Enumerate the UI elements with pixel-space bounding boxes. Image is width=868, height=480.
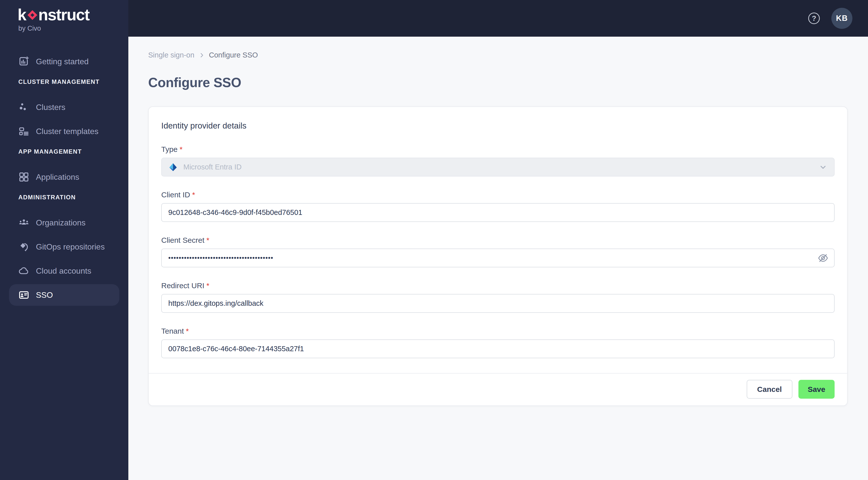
sidebar-item-label: Getting started <box>36 57 89 66</box>
sidebar-item-cloud-accounts[interactable]: Cloud accounts <box>9 260 119 282</box>
main-content: Single sign-on Configure SSO Configure S… <box>128 37 868 480</box>
logo-text-post: nstruct <box>38 6 89 23</box>
topbar: ? KB <box>128 0 868 37</box>
logo-diamond-icon <box>27 9 38 21</box>
breadcrumb: Single sign-on Configure SSO <box>148 51 868 59</box>
sidebar-item-label: Cluster templates <box>36 127 98 136</box>
required-asterisk: * <box>180 145 183 154</box>
toggle-secret-visibility-button[interactable] <box>816 251 830 265</box>
required-asterisk: * <box>207 236 210 245</box>
save-button[interactable]: Save <box>799 380 835 399</box>
type-select[interactable]: Microsoft Entra ID <box>161 158 835 177</box>
type-label: Type * <box>161 145 835 154</box>
sidebar-item-label: Organizations <box>36 218 85 227</box>
field-client-secret: Client Secret * <box>161 236 835 267</box>
identity-provider-card: Identity provider details Type * <box>148 106 848 406</box>
card-title: Identity provider details <box>161 121 835 131</box>
card-body: Identity provider details Type * <box>149 107 847 373</box>
client-id-input[interactable] <box>161 203 835 222</box>
page-title: Configure SSO <box>148 75 868 90</box>
avatar[interactable]: KB <box>831 8 852 29</box>
eye-off-icon <box>817 253 829 264</box>
logo-text-pre: k <box>18 6 26 23</box>
people-icon <box>18 217 29 228</box>
client-secret-input[interactable] <box>161 249 835 267</box>
sidebar-item-getting-started[interactable]: Getting started <box>9 51 119 72</box>
sidebar-section-cluster-management: CLUSTER MANAGEMENT <box>9 78 119 85</box>
field-type: Type * Microsoft Entra ID <box>161 145 835 177</box>
template-icon <box>18 126 29 137</box>
sidebar-item-label: GitOps repositories <box>36 242 105 252</box>
chevron-down-icon <box>818 163 828 172</box>
app-root: k nstruct by Civo Getting started <box>0 0 868 480</box>
client-secret-wrap <box>161 249 835 267</box>
sidebar-section-app-management: APP MANAGEMENT <box>9 148 119 155</box>
sidebar-item-label: Applications <box>36 172 80 182</box>
sidebar-item-cluster-templates[interactable]: Cluster templates <box>9 121 119 142</box>
redirect-uri-label: Redirect URI * <box>161 281 835 290</box>
sidebar-item-organizations[interactable]: Organizations <box>9 212 119 233</box>
required-asterisk: * <box>186 327 189 335</box>
logo[interactable]: k nstruct by Civo <box>0 0 128 37</box>
required-asterisk: * <box>207 281 210 290</box>
chevron-right-icon <box>198 52 205 59</box>
tenant-label: Tenant * <box>161 327 835 335</box>
logo-byline: by Civo <box>18 25 128 32</box>
cloud-icon <box>18 265 29 277</box>
field-redirect-uri: Redirect URI * <box>161 281 835 313</box>
microsoft-entra-id-logo <box>168 162 178 172</box>
sidebar-item-applications[interactable]: Applications <box>9 166 119 188</box>
required-asterisk: * <box>192 191 195 199</box>
gitops-icon <box>18 241 29 252</box>
grid-icon <box>18 171 29 183</box>
cancel-button[interactable]: Cancel <box>747 380 793 399</box>
help-icon[interactable]: ? <box>808 12 820 24</box>
id-card-icon <box>18 289 29 300</box>
type-select-value: Microsoft Entra ID <box>183 163 813 171</box>
breadcrumb-single-sign-on[interactable]: Single sign-on <box>148 51 194 59</box>
tenant-input[interactable] <box>161 340 835 358</box>
sidebar-item-gitops-repositories[interactable]: GitOps repositories <box>9 236 119 258</box>
sidebar-section-administration: ADMINISTRATION <box>9 194 119 201</box>
sidebar-nav: Getting started CLUSTER MANAGEMENT Clust… <box>0 37 128 308</box>
sidebar-item-label: Clusters <box>36 103 65 112</box>
breadcrumb-configure-sso: Configure SSO <box>209 51 258 59</box>
sidebar-item-clusters[interactable]: Clusters <box>9 96 119 118</box>
card-footer: Cancel Save <box>149 373 847 406</box>
client-id-label: Client ID * <box>161 191 835 199</box>
right-column: ? KB Single sign-on Configure SSO Config… <box>128 0 868 480</box>
client-secret-label: Client Secret * <box>161 236 835 245</box>
sidebar-item-label: SSO <box>36 290 53 300</box>
chart-plus-icon <box>18 56 29 67</box>
cluster-dots-icon <box>18 102 29 113</box>
redirect-uri-input[interactable] <box>161 294 835 313</box>
field-tenant: Tenant * <box>161 327 835 358</box>
field-client-id: Client ID * <box>161 191 835 222</box>
sidebar-item-sso[interactable]: SSO <box>9 284 119 306</box>
logo-wordmark: k nstruct <box>18 6 128 23</box>
sidebar-item-label: Cloud accounts <box>36 266 91 276</box>
sidebar: k nstruct by Civo Getting started <box>0 0 128 480</box>
